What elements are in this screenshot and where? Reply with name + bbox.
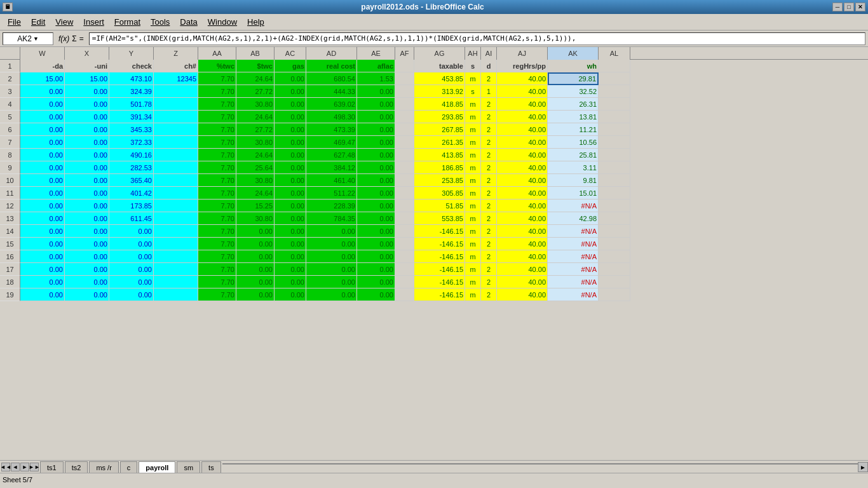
- cell-AA1[interactable]: %twc: [198, 60, 236, 72]
- cell-AI8[interactable]: 2: [481, 149, 497, 161]
- cell-AK6[interactable]: 11.21: [548, 123, 599, 136]
- cell-AB19[interactable]: 0.00: [236, 288, 275, 301]
- cell-AL12[interactable]: [599, 200, 630, 212]
- cell-Z5[interactable]: [154, 111, 198, 123]
- cell-AF8[interactable]: [395, 149, 414, 161]
- menu-insert[interactable]: Insert: [78, 16, 109, 28]
- cell-AF15[interactable]: [395, 238, 414, 250]
- cell-AG4[interactable]: 418.85: [414, 98, 465, 111]
- cell-AB17[interactable]: 0.00: [236, 263, 275, 276]
- cell-AI6[interactable]: 2: [481, 123, 497, 136]
- cell-AG16[interactable]: -146.15: [414, 250, 465, 263]
- cell-AE1[interactable]: aflac: [357, 60, 395, 72]
- cell-Y6[interactable]: 345.33: [109, 123, 154, 136]
- cell-Y19[interactable]: 0.00: [109, 288, 154, 301]
- cell-AF10[interactable]: [395, 174, 414, 187]
- cell-X11[interactable]: 0.00: [65, 187, 109, 200]
- cell-AL11[interactable]: [599, 187, 630, 200]
- cell-AC9[interactable]: 0.00: [275, 161, 306, 174]
- cell-AA17[interactable]: 7.70: [198, 263, 236, 276]
- cell-Y17[interactable]: 0.00: [109, 263, 154, 276]
- cell-AJ8[interactable]: 40.00: [497, 149, 548, 161]
- cell-AH10[interactable]: m: [465, 174, 481, 187]
- cell-AC13[interactable]: 0.00: [275, 212, 306, 225]
- cell-Z12[interactable]: [154, 200, 198, 212]
- cell-AK15[interactable]: #N/A: [548, 238, 599, 250]
- cell-X17[interactable]: 0.00: [65, 263, 109, 276]
- cell-AH9[interactable]: m: [465, 161, 481, 174]
- cell-Y13[interactable]: 611.45: [109, 212, 154, 225]
- cell-AK10[interactable]: 9.81: [548, 174, 599, 187]
- cell-AJ7[interactable]: 40.00: [497, 136, 548, 149]
- cell-AL18[interactable]: [599, 276, 630, 288]
- cell-X6[interactable]: 0.00: [65, 123, 109, 136]
- col-header-Z[interactable]: Z: [154, 47, 198, 60]
- cell-AJ11[interactable]: 40.00: [497, 187, 548, 200]
- sheet-nav-last[interactable]: ►►: [30, 463, 39, 471]
- cell-AL5[interactable]: [599, 111, 630, 123]
- horizontal-scrollbar[interactable]: ►: [222, 463, 868, 473]
- cell-AL15[interactable]: [599, 238, 630, 250]
- cell-AC4[interactable]: 0.00: [275, 98, 306, 111]
- cell-AI7[interactable]: 2: [481, 136, 497, 149]
- cell-AC16[interactable]: 0.00: [275, 250, 306, 263]
- cell-AD3[interactable]: 444.33: [306, 85, 357, 98]
- cell-AI17[interactable]: 2: [481, 263, 497, 276]
- cell-AE13[interactable]: 0.00: [357, 212, 395, 225]
- cell-AG9[interactable]: 186.85: [414, 161, 465, 174]
- cell-AK5[interactable]: 13.81: [548, 111, 599, 123]
- cell-AF14[interactable]: [395, 225, 414, 238]
- cell-Y3[interactable]: 324.39: [109, 85, 154, 98]
- cell-Z19[interactable]: [154, 288, 198, 301]
- cell-AD9[interactable]: 384.12: [306, 161, 357, 174]
- formula-input[interactable]: =IF(AH2="s",(INDEX(grid,MATCH(AG2,s,1),2…: [89, 32, 865, 45]
- sheet-tab-ts2[interactable]: ts2: [65, 461, 88, 473]
- cell-AI1[interactable]: d: [481, 60, 497, 72]
- cell-AJ9[interactable]: 40.00: [497, 161, 548, 174]
- cell-AI5[interactable]: 2: [481, 111, 497, 123]
- cell-AA18[interactable]: 7.70: [198, 276, 236, 288]
- sheet-tab-ms-r[interactable]: ms /r: [89, 461, 118, 473]
- cell-AI19[interactable]: 2: [481, 288, 497, 301]
- cell-AL8[interactable]: [599, 149, 630, 161]
- cell-AI16[interactable]: 2: [481, 250, 497, 263]
- cell-Y4[interactable]: 501.78: [109, 98, 154, 111]
- cell-AB5[interactable]: 24.64: [236, 111, 275, 123]
- cell-AB12[interactable]: 15.25: [236, 200, 275, 212]
- cell-W6[interactable]: 0.00: [20, 123, 65, 136]
- cell-AA9[interactable]: 7.70: [198, 161, 236, 174]
- minimize-button[interactable]: ─: [832, 3, 843, 11]
- cell-AF13[interactable]: [395, 212, 414, 225]
- cell-AH2[interactable]: m: [465, 72, 481, 85]
- col-header-AK[interactable]: AK: [548, 47, 599, 60]
- cell-AE8[interactable]: 0.00: [357, 149, 395, 161]
- cell-AK12[interactable]: #N/A: [548, 200, 599, 212]
- cell-Z16[interactable]: [154, 250, 198, 263]
- cell-W10[interactable]: 0.00: [20, 174, 65, 187]
- cell-X5[interactable]: 0.00: [65, 111, 109, 123]
- cell-Z7[interactable]: [154, 136, 198, 149]
- cell-Y16[interactable]: 0.00: [109, 250, 154, 263]
- cell-AC17[interactable]: 0.00: [275, 263, 306, 276]
- col-header-AJ[interactable]: AJ: [497, 47, 548, 60]
- cell-AC1[interactable]: gas: [275, 60, 306, 72]
- cell-AI13[interactable]: 2: [481, 212, 497, 225]
- cell-reference[interactable]: AK2 ▼: [3, 32, 53, 45]
- col-header-AL[interactable]: AL: [599, 47, 630, 60]
- cell-AL19[interactable]: [599, 288, 630, 301]
- cell-AG10[interactable]: 253.85: [414, 174, 465, 187]
- cell-AI3[interactable]: 1: [481, 85, 497, 98]
- cell-W3[interactable]: 0.00: [20, 85, 65, 98]
- cell-AA14[interactable]: 7.70: [198, 225, 236, 238]
- cell-AD5[interactable]: 498.30: [306, 111, 357, 123]
- cell-W15[interactable]: 0.00: [20, 238, 65, 250]
- cell-AA12[interactable]: 7.70: [198, 200, 236, 212]
- cell-AI4[interactable]: 2: [481, 98, 497, 111]
- cell-X12[interactable]: 0.00: [65, 200, 109, 212]
- cell-Z6[interactable]: [154, 123, 198, 136]
- cell-AK3[interactable]: 32.52: [548, 85, 599, 98]
- cell-AF17[interactable]: [395, 263, 414, 276]
- cell-AH1[interactable]: s: [465, 60, 481, 72]
- cell-AB16[interactable]: 0.00: [236, 250, 275, 263]
- cell-AA13[interactable]: 7.70: [198, 212, 236, 225]
